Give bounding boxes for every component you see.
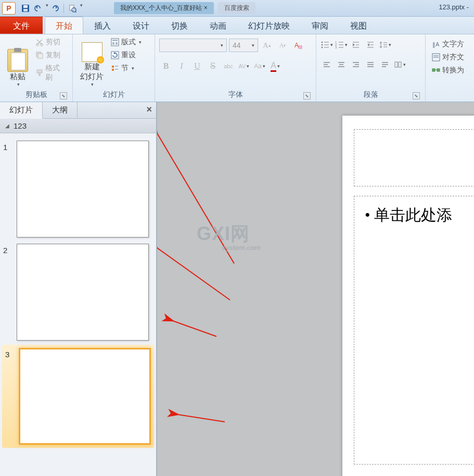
strikethrough-button: S bbox=[206, 59, 220, 73]
svg-line-5 bbox=[75, 11, 76, 12]
svg-point-23 bbox=[322, 42, 323, 43]
thumbnails-list: 1 2 3 bbox=[0, 133, 156, 476]
svg-rect-14 bbox=[112, 42, 114, 45]
tab-outline[interactable]: 大纲 bbox=[43, 102, 78, 118]
svg-text:A: A bbox=[294, 42, 299, 49]
svg-line-68 bbox=[157, 248, 230, 300]
svg-text:3: 3 bbox=[335, 46, 337, 49]
title-placeholder[interactable]: 单 bbox=[354, 129, 474, 186]
file-tab[interactable]: 文件 bbox=[0, 17, 43, 34]
tab-review[interactable]: 审阅 bbox=[301, 17, 339, 34]
columns-icon[interactable]: ▾ bbox=[393, 58, 406, 71]
group-paragraph: ▾ 123▾ ▾ ▾ 段落⬊ bbox=[316, 34, 426, 102]
change-case-button: Aa▾ bbox=[253, 59, 266, 73]
align-text-button[interactable]: 对齐文 bbox=[430, 52, 470, 63]
thumbnail-preview bbox=[19, 348, 151, 445]
dialog-launcher-icon[interactable]: ⬊ bbox=[413, 92, 420, 99]
numbering-icon[interactable]: 123▾ bbox=[335, 39, 348, 51]
slide-thumbnail[interactable]: 2 bbox=[0, 241, 156, 344]
increase-indent-icon[interactable] bbox=[364, 39, 377, 51]
group-label: 字体⬊ bbox=[159, 89, 312, 101]
tab-slideshow[interactable]: 幻灯片放映 bbox=[237, 17, 301, 34]
font-name-combo[interactable]: ▾ bbox=[159, 39, 227, 52]
tab-insert[interactable]: 插入 bbox=[83, 17, 122, 34]
format-painter-button: 格式刷 bbox=[33, 62, 68, 83]
collapse-icon[interactable]: ◢ bbox=[5, 123, 9, 129]
ribbon-tabs: 文件 开始 插入 设计 切换 动画 幻灯片放映 审阅 视图 bbox=[0, 17, 474, 34]
reset-button[interactable]: 重设 bbox=[109, 49, 144, 61]
quick-access-toolbar: ▾ ▾ bbox=[20, 3, 83, 14]
clear-formatting-icon[interactable]: A bbox=[291, 39, 305, 52]
font-color-button: A▾ bbox=[268, 59, 282, 73]
svg-rect-15 bbox=[116, 42, 118, 45]
svg-rect-10 bbox=[37, 70, 42, 73]
increase-font-icon: A▴ bbox=[260, 39, 274, 52]
browser-tab[interactable]: 我的XXX_个人中心_百度好站 × bbox=[114, 2, 214, 14]
text-direction-button[interactable]: ‖A文字方 bbox=[430, 39, 470, 50]
decrease-indent-icon[interactable] bbox=[350, 39, 362, 51]
svg-rect-65 bbox=[432, 69, 435, 71]
svg-rect-19 bbox=[115, 66, 118, 67]
svg-text:‖A: ‖A bbox=[432, 41, 440, 48]
content-placeholder[interactable]: • 单击此处添 bbox=[354, 196, 474, 465]
align-left-icon[interactable] bbox=[321, 58, 333, 71]
svg-rect-22 bbox=[299, 46, 302, 48]
dialog-launcher-icon[interactable]: ⬊ bbox=[60, 92, 67, 99]
redo-icon[interactable] bbox=[49, 3, 61, 14]
undo-dropdown-icon[interactable]: ▾ bbox=[46, 3, 48, 14]
group-drawing: ‖A文字方 对齐文 转换为 bbox=[426, 34, 474, 102]
slide-thumbnail[interactable]: 3 bbox=[2, 345, 154, 448]
svg-rect-59 bbox=[395, 62, 398, 67]
convert-smartart-button[interactable]: 转换为 bbox=[430, 65, 470, 76]
group-clipboard: 粘贴 ▾ 剪切 复制 格式刷 剪贴板⬊ bbox=[0, 34, 73, 102]
title-bar: P ▾ ▾ 我的XXX_个人中心_百度好站 × 百度搜索 123.pptx - bbox=[0, 0, 474, 17]
slide-panel: 幻灯片 大纲 × ◢ 123 1 2 3 bbox=[0, 102, 157, 476]
tab-transitions[interactable]: 切换 bbox=[160, 17, 199, 34]
window-title: 123.pptx - bbox=[439, 3, 469, 11]
shadow-button: abc bbox=[222, 59, 235, 73]
distribute-icon[interactable] bbox=[379, 58, 391, 71]
align-center-icon[interactable] bbox=[335, 58, 348, 71]
dialog-launcher-icon[interactable]: ⬊ bbox=[303, 92, 311, 99]
group-font: ▾ 44▾ A▴ A▾ A B I U S abc AV▾ Aa▾ A▾ 字体⬊ bbox=[155, 34, 316, 102]
new-slide-button[interactable]: 新建 幻灯片 ▾ bbox=[77, 36, 107, 89]
svg-rect-18 bbox=[112, 69, 114, 71]
close-icon[interactable]: × bbox=[146, 104, 152, 115]
cut-button: 剪切 bbox=[33, 36, 68, 48]
slide-canvas[interactable]: 单 • 单击此处添 bbox=[342, 116, 474, 476]
layout-button[interactable]: 版式▾ bbox=[109, 36, 144, 48]
undo-icon[interactable] bbox=[32, 3, 44, 14]
qat-customize-icon[interactable]: ▾ bbox=[80, 3, 83, 14]
tab-design[interactable]: 设计 bbox=[122, 17, 160, 34]
tab-slides-thumbs[interactable]: 幻灯片 bbox=[0, 102, 43, 119]
ribbon: 粘贴 ▾ 剪切 复制 格式刷 剪贴板⬊ 新建 幻灯片 ▾ 版式▾ 重设 节▾ bbox=[0, 34, 474, 102]
tab-view[interactable]: 视图 bbox=[339, 17, 378, 34]
section-button[interactable]: 节▾ bbox=[109, 62, 144, 74]
paste-button[interactable]: 粘贴 ▾ bbox=[4, 36, 31, 89]
svg-line-70 bbox=[178, 415, 225, 422]
bold-button: B bbox=[159, 59, 173, 73]
italic-button: I bbox=[175, 59, 188, 73]
tab-home[interactable]: 开始 bbox=[45, 17, 83, 34]
svg-point-25 bbox=[322, 47, 323, 48]
tab-animations[interactable]: 动画 bbox=[199, 17, 237, 34]
browser-tab[interactable]: 百度搜索 bbox=[218, 2, 255, 14]
line-spacing-icon[interactable]: ▾ bbox=[379, 39, 391, 51]
slide-editor[interactable]: 单 • 单击此处添 bbox=[157, 102, 474, 476]
panel-tabs: 幻灯片 大纲 × bbox=[0, 102, 156, 119]
browser-tabs: 我的XXX_个人中心_百度好站 × 百度搜索 bbox=[114, 2, 255, 14]
thumbnail-preview bbox=[17, 141, 149, 237]
justify-icon[interactable] bbox=[364, 58, 377, 71]
print-preview-icon[interactable] bbox=[67, 3, 78, 14]
bullets-icon[interactable]: ▾ bbox=[321, 39, 333, 51]
slide-thumbnail[interactable]: 1 bbox=[0, 137, 156, 241]
font-size-combo[interactable]: 44▾ bbox=[229, 39, 258, 52]
align-right-icon[interactable] bbox=[350, 58, 362, 71]
svg-rect-13 bbox=[112, 40, 118, 41]
group-slides: 新建 幻灯片 ▾ 版式▾ 重设 节▾ 幻灯片 bbox=[73, 34, 155, 102]
section-header[interactable]: ◢ 123 bbox=[0, 119, 156, 133]
group-label: 段落⬊ bbox=[321, 89, 421, 101]
save-icon[interactable] bbox=[20, 3, 31, 14]
new-slide-icon bbox=[82, 42, 103, 62]
svg-rect-20 bbox=[115, 69, 118, 70]
